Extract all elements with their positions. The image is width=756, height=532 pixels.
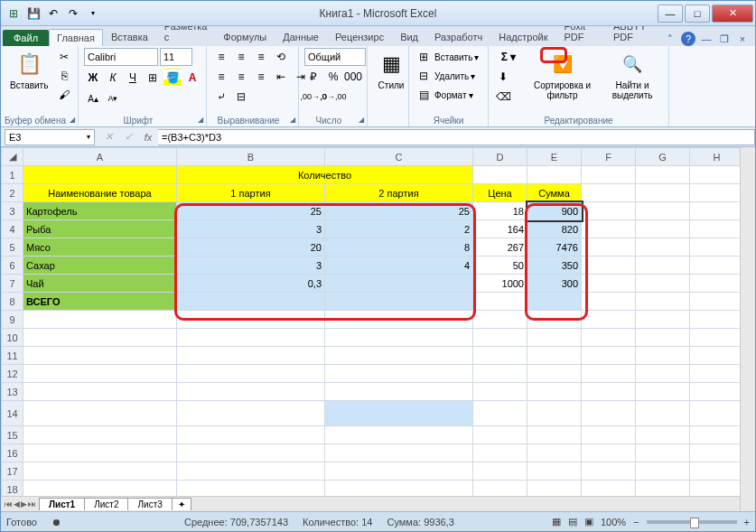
cell-H8[interactable] — [690, 293, 744, 311]
cut-icon[interactable]: ✂ — [55, 48, 73, 66]
cell-D10[interactable] — [473, 329, 527, 347]
clear-icon[interactable]: ⌫ — [494, 88, 512, 106]
cell-H13[interactable] — [690, 383, 744, 401]
cell-B14[interactable] — [177, 401, 325, 426]
cell-G11[interactable] — [636, 347, 690, 365]
cell-D9[interactable] — [473, 311, 527, 329]
currency-icon[interactable]: ₽ — [304, 68, 322, 86]
fill-color-icon[interactable]: 🪣 — [163, 69, 182, 87]
cell-B1C1[interactable]: Количество — [177, 166, 473, 184]
delete-cells-label[interactable]: Удалить — [434, 71, 469, 81]
cell-E4[interactable]: 820 — [527, 220, 582, 238]
fill-icon[interactable]: ⬇ — [494, 68, 512, 86]
cancel-formula-icon[interactable]: ✕ — [98, 131, 118, 143]
cell-G2[interactable] — [636, 184, 690, 202]
alignment-launcher-icon[interactable]: ◢ — [290, 116, 295, 124]
cell-A7[interactable]: Чай — [23, 275, 177, 293]
cell-G1[interactable] — [636, 166, 690, 184]
cell-A17[interactable] — [23, 462, 177, 481]
row-header-14[interactable]: 14 — [2, 401, 23, 426]
cell-C7[interactable] — [325, 275, 473, 293]
format-painter-icon[interactable]: 🖌 — [55, 86, 73, 104]
cell-B11[interactable] — [177, 347, 325, 365]
insert-cells-icon[interactable]: ⊞ — [415, 48, 433, 66]
cell-A5[interactable]: Мясо — [23, 238, 177, 257]
cell-A10[interactable] — [23, 329, 177, 347]
row-header-4[interactable]: 4 — [2, 220, 23, 238]
cell-C17[interactable] — [325, 462, 473, 481]
align-middle-icon[interactable]: ≡ — [232, 48, 250, 66]
cell-D6[interactable]: 50 — [473, 257, 527, 275]
cell-E17[interactable] — [527, 462, 582, 481]
save-icon[interactable]: 💾 — [24, 5, 42, 23]
col-header-H[interactable]: H — [690, 148, 744, 166]
formula-input[interactable]: =(B3+C3)*D3 — [158, 129, 755, 145]
new-sheet-button[interactable]: ✦ — [172, 498, 191, 510]
wrap-text-icon[interactable]: ⤶ — [212, 88, 230, 106]
row-header-2[interactable]: 2 — [2, 184, 23, 202]
col-header-A[interactable]: A — [23, 148, 177, 166]
select-all-corner[interactable]: ◢ — [2, 148, 23, 166]
cell-G12[interactable] — [636, 365, 690, 383]
mdi-minimize-icon[interactable]: — — [699, 32, 714, 46]
cell-A1[interactable] — [23, 166, 177, 184]
cell-C13[interactable] — [325, 383, 473, 401]
sheet-nav-next-icon[interactable]: ▶ — [21, 499, 27, 509]
number-launcher-icon[interactable]: ◢ — [359, 116, 364, 124]
cell-D14[interactable] — [473, 401, 527, 426]
row-header-13[interactable]: 13 — [2, 383, 23, 401]
tab-view[interactable]: Вид — [392, 28, 426, 46]
cell-E16[interactable] — [527, 444, 582, 462]
sheet-nav-prev-icon[interactable]: ◀ — [14, 499, 20, 509]
cell-D7[interactable]: 1000 — [473, 275, 527, 293]
cell-D11[interactable] — [473, 347, 527, 365]
cell-G13[interactable] — [636, 383, 690, 401]
cell-F9[interactable] — [582, 311, 636, 329]
cell-G17[interactable] — [636, 462, 690, 481]
cell-C14[interactable] — [325, 401, 473, 426]
row-header-17[interactable]: 17 — [2, 462, 23, 481]
cell-F15[interactable] — [582, 426, 636, 444]
sheet-nav-first-icon[interactable]: ⏮ — [5, 499, 13, 509]
vertical-scrollbar[interactable] — [740, 147, 755, 511]
zoom-in-icon[interactable]: + — [744, 517, 750, 527]
align-top-icon[interactable]: ≡ — [212, 48, 230, 66]
cell-B12[interactable] — [177, 365, 325, 383]
cell-F7[interactable] — [582, 275, 636, 293]
mdi-close-icon[interactable]: × — [735, 32, 750, 46]
cell-G7[interactable] — [636, 275, 690, 293]
format-cells-icon[interactable]: ▤ — [415, 86, 433, 104]
cell-E12[interactable] — [527, 365, 582, 383]
cell-B3[interactable]: 25 — [177, 202, 325, 220]
delete-cells-icon[interactable]: ⊟ — [415, 67, 433, 85]
cell-F11[interactable] — [582, 347, 636, 365]
cell-D16[interactable] — [473, 444, 527, 462]
decrease-font-icon[interactable]: А▾ — [104, 89, 122, 107]
cell-F4[interactable] — [582, 220, 636, 238]
font-color-icon[interactable]: А — [183, 69, 201, 87]
col-header-D[interactable]: D — [473, 148, 527, 166]
cell-G6[interactable] — [636, 257, 690, 275]
maximize-button[interactable]: □ — [685, 5, 710, 23]
sheet-tab-2[interactable]: Лист2 — [84, 498, 128, 510]
minimize-ribbon-icon[interactable]: ˄ — [663, 32, 677, 46]
cell-F14[interactable] — [582, 401, 636, 426]
cell-H14[interactable] — [690, 401, 744, 426]
cell-E5[interactable]: 7476 — [527, 238, 582, 257]
cell-B8[interactable] — [177, 293, 325, 311]
cell-H15[interactable] — [690, 426, 744, 444]
undo-icon[interactable]: ↶ — [44, 5, 62, 23]
row-header-8[interactable]: 8 — [2, 293, 23, 311]
cell-D3[interactable]: 18 — [473, 202, 527, 220]
col-header-F[interactable]: F — [582, 148, 636, 166]
styles-button[interactable]: ▦ Стили — [373, 48, 409, 92]
cell-B10[interactable] — [177, 329, 325, 347]
cell-H12[interactable] — [690, 365, 744, 383]
cell-F17[interactable] — [582, 462, 636, 481]
cell-D15[interactable] — [473, 426, 527, 444]
cell-E10[interactable] — [527, 329, 582, 347]
tab-review[interactable]: Рецензирс — [327, 28, 392, 46]
file-tab[interactable]: Файл — [3, 30, 49, 46]
cell-B16[interactable] — [177, 444, 325, 462]
view-layout-icon[interactable]: ▤ — [568, 516, 577, 527]
